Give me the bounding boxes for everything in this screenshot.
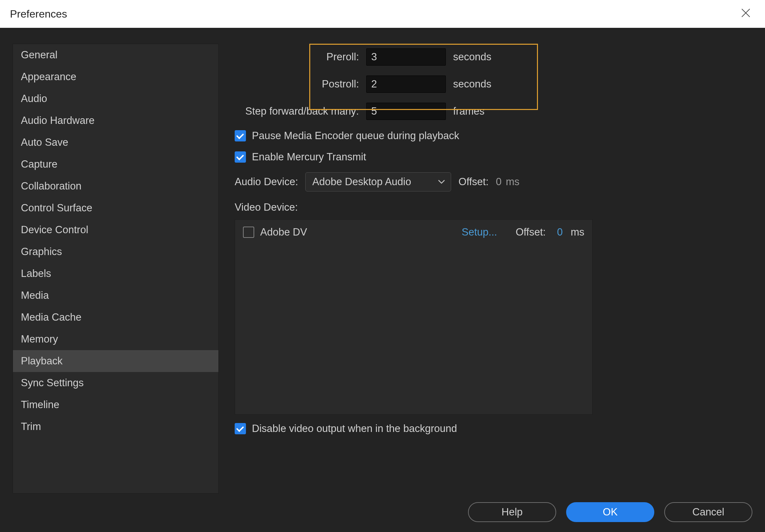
dialog-button-row: Help OK Cancel (13, 502, 752, 522)
help-button[interactable]: Help (468, 502, 556, 522)
adobe-dv-offset-label: Offset: (516, 226, 546, 238)
close-button[interactable] (736, 5, 755, 23)
sidebar-item-auto-save[interactable]: Auto Save (13, 132, 219, 153)
audio-offset-value[interactable]: 0 ms (496, 176, 519, 188)
sidebar-item-general[interactable]: General (13, 44, 219, 66)
sidebar-item-sync-settings[interactable]: Sync Settings (13, 372, 219, 394)
disable-video-bg-label: Disable video output when in the backgro… (252, 423, 457, 434)
sidebar-item-media[interactable]: Media (13, 285, 219, 306)
pause-encoder-row: Pause Media Encoder queue during playbac… (235, 130, 752, 142)
sidebar-item-graphics[interactable]: Graphics (13, 241, 219, 263)
close-icon (740, 8, 751, 18)
step-label: Step forward/back many: (235, 105, 359, 117)
sidebar-item-control-surface[interactable]: Control Surface (13, 197, 219, 219)
sidebar-item-appearance[interactable]: Appearance (13, 66, 219, 88)
disable-video-bg-checkbox[interactable] (235, 423, 246, 434)
adobe-dv-setup-link[interactable]: Setup... (462, 226, 497, 238)
preroll-row: Preroll: seconds (235, 48, 752, 66)
dialog-body: General Appearance Audio Audio Hardware … (0, 28, 765, 532)
preroll-input[interactable] (366, 48, 446, 66)
pause-encoder-label: Pause Media Encoder queue during playbac… (252, 130, 459, 142)
disable-video-bg-row: Disable video output when in the backgro… (235, 423, 752, 434)
step-input[interactable] (366, 103, 446, 120)
audio-device-row: Audio Device: Adobe Desktop Audio Offset… (235, 172, 752, 191)
ok-button[interactable]: OK (566, 502, 654, 522)
titlebar: Preferences (0, 0, 765, 28)
sidebar-item-collaboration[interactable]: Collaboration (13, 175, 219, 197)
sidebar-item-device-control[interactable]: Device Control (13, 219, 219, 241)
sidebar-item-timeline[interactable]: Timeline (13, 394, 219, 416)
sidebar-item-audio[interactable]: Audio (13, 88, 219, 110)
postroll-label: Postroll: (235, 78, 359, 90)
main-row: General Appearance Audio Audio Hardware … (13, 44, 752, 494)
enable-mercury-label: Enable Mercury Transmit (252, 151, 366, 163)
audio-device-select[interactable]: Adobe Desktop Audio (305, 172, 451, 191)
adobe-dv-offset-units: ms (571, 226, 584, 238)
enable-mercury-checkbox[interactable] (235, 151, 246, 163)
pause-encoder-checkbox[interactable] (235, 130, 246, 141)
step-row: Step forward/back many: frames (235, 103, 752, 120)
category-sidebar[interactable]: General Appearance Audio Audio Hardware … (13, 44, 219, 494)
sidebar-item-labels[interactable]: Labels (13, 263, 219, 285)
adobe-dv-checkbox[interactable] (243, 227, 254, 238)
postroll-row: Postroll: seconds (235, 76, 752, 93)
sidebar-item-audio-hardware[interactable]: Audio Hardware (13, 110, 219, 132)
step-units: frames (453, 105, 484, 117)
sidebar-item-trim[interactable]: Trim (13, 416, 219, 437)
postroll-units: seconds (453, 78, 491, 90)
video-device-label: Video Device: (235, 201, 752, 213)
window-title: Preferences (10, 8, 67, 20)
video-device-list: Adobe DV Setup... Offset: 0 ms (235, 219, 593, 415)
audio-device-select-wrap: Adobe Desktop Audio (305, 172, 451, 191)
audio-device-value: Adobe Desktop Audio (312, 176, 411, 188)
adobe-dv-label: Adobe DV (260, 226, 307, 238)
sidebar-item-media-cache[interactable]: Media Cache (13, 306, 219, 328)
sidebar-item-playback[interactable]: Playback (13, 350, 219, 372)
audio-device-label: Audio Device: (235, 176, 298, 188)
video-device-row: Adobe DV Setup... Offset: 0 ms (243, 226, 584, 238)
audio-offset-label: Offset: (458, 176, 488, 188)
preroll-units: seconds (453, 51, 491, 63)
postroll-input[interactable] (366, 76, 446, 93)
playback-panel: Preroll: seconds Postroll: seconds Step … (235, 44, 752, 494)
sidebar-item-memory[interactable]: Memory (13, 328, 219, 350)
preferences-window: Preferences General Appearance Audio Aud… (0, 0, 765, 532)
cancel-button[interactable]: Cancel (664, 502, 752, 522)
adobe-dv-offset-value[interactable]: 0 (557, 226, 562, 238)
preroll-label: Preroll: (235, 51, 359, 63)
sidebar-item-capture[interactable]: Capture (13, 153, 219, 175)
enable-mercury-row: Enable Mercury Transmit (235, 151, 752, 163)
